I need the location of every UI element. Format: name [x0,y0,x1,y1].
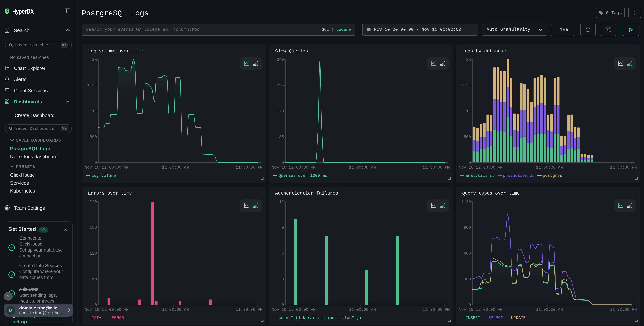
svg-text:120: 120 [90,251,97,256]
svg-text:Nov 10 12:00:00 AM: Nov 10 12:00:00 AM [459,307,502,312]
svg-text:0: 0 [468,303,471,307]
svg-text:11:00:00 AM: 11:00:00 AM [349,165,376,170]
svg-text:340: 340 [277,57,284,62]
svg-text:60: 60 [92,277,97,281]
svg-text:11:00:00 AM: 11:00:00 AM [536,307,563,312]
svg-text:6: 6 [282,251,284,256]
svg-text:0: 0 [282,160,284,165]
svg-text:0: 0 [468,160,471,165]
svg-text:1.5K: 1.5K [461,83,471,88]
svg-text:240: 240 [90,200,97,204]
svg-text:255: 255 [277,83,284,88]
svg-text:1.5K: 1.5K [87,83,97,88]
svg-text:11:00:00 AM: 11:00:00 AM [349,307,376,312]
svg-text:9: 9 [282,225,284,230]
svg-text:2K: 2K [466,57,471,62]
svg-text:500: 500 [464,135,471,139]
svg-text:1K: 1K [466,109,471,114]
svg-text:500: 500 [90,135,97,139]
svg-text:Nov 10 12:00:00 AM: Nov 10 12:00:00 AM [459,165,502,170]
svg-text:2K: 2K [92,57,97,62]
svg-text:11:30:00 PM: 11:30:00 PM [423,307,450,312]
svg-text:0: 0 [94,160,97,165]
svg-text:180: 180 [90,225,97,230]
svg-text:3: 3 [282,277,284,281]
svg-text:11:30:00 PM: 11:30:00 PM [236,307,263,312]
svg-text:1.2K: 1.2K [461,200,471,204]
svg-text:85: 85 [279,135,284,139]
svg-text:11:30:00 PM: 11:30:00 PM [236,165,263,170]
svg-text:Nov 10 12:00:00 AM: Nov 10 12:00:00 AM [272,165,316,170]
svg-text:1K: 1K [92,109,97,114]
svg-text:Nov 10 12:00:00 AM: Nov 10 12:00:00 AM [272,307,316,312]
svg-text:0: 0 [94,303,97,307]
svg-text:11:00:00 AM: 11:00:00 AM [162,165,189,170]
svg-text:11:30:00 PM: 11:30:00 PM [610,307,637,312]
svg-text:170: 170 [277,109,284,114]
svg-text:300: 300 [464,277,471,281]
svg-text:600: 600 [464,251,471,256]
svg-text:Nov 10 12:00:00 AM: Nov 10 12:00:00 AM [85,307,128,312]
svg-text:Nov 10 12:00:00 AM: Nov 10 12:00:00 AM [85,165,128,170]
svg-text:900: 900 [464,225,471,230]
svg-text:12: 12 [279,200,284,204]
svg-text:0: 0 [282,303,284,307]
svg-text:11:00:00 AM: 11:00:00 AM [162,307,189,312]
svg-text:11:00:00 AM: 11:00:00 AM [536,165,563,170]
svg-text:11:30:00 PM: 11:30:00 PM [423,165,450,170]
svg-text:11:30:00 PM: 11:30:00 PM [610,165,637,170]
